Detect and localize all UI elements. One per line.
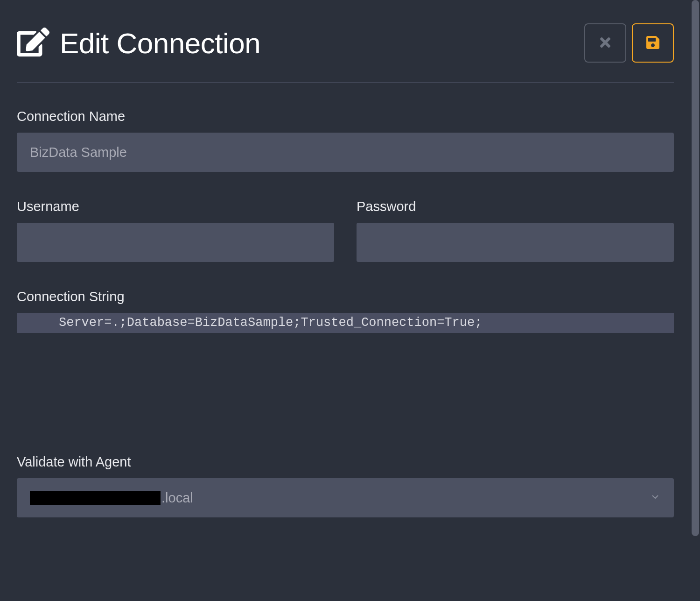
validate-agent-label: Validate with Agent [17, 454, 674, 470]
cancel-button[interactable] [584, 23, 626, 63]
connection-string-group: Connection String Server=.;Database=BizD… [17, 289, 674, 427]
connection-string-editor[interactable]: Server=.;Database=BizDataSample;Trusted_… [17, 313, 674, 427]
username-label: Username [17, 199, 334, 214]
connection-string-label: Connection String [17, 289, 674, 304]
connection-name-group: Connection Name [17, 109, 674, 172]
save-button[interactable] [632, 23, 674, 63]
edit-icon [17, 26, 49, 60]
password-label: Password [357, 199, 674, 214]
connection-name-label: Connection Name [17, 109, 674, 124]
header-buttons [584, 23, 674, 63]
connection-name-input[interactable] [17, 133, 674, 172]
credentials-row: Username Password [17, 199, 674, 262]
username-group: Username [17, 199, 334, 262]
password-input[interactable] [357, 223, 674, 262]
validate-agent-select[interactable]: .local [17, 478, 674, 517]
redacted-hostname [30, 491, 161, 505]
scrollbar-thumb[interactable] [692, 0, 699, 536]
validate-agent-group: Validate with Agent .local [17, 454, 674, 517]
close-icon [598, 35, 613, 51]
username-input[interactable] [17, 223, 334, 262]
save-icon [645, 35, 660, 51]
password-group: Password [357, 199, 674, 262]
validate-agent-select-wrapper: .local [17, 478, 674, 517]
divider [17, 82, 674, 83]
agent-suffix: .local [161, 490, 193, 506]
page-header: Edit Connection [17, 23, 674, 63]
page-title: Edit Connection [60, 27, 260, 60]
connection-string-value: Server=.;Database=BizDataSample;Trusted_… [17, 313, 674, 333]
header-title-group: Edit Connection [17, 26, 260, 60]
scrollbar-track[interactable] [691, 0, 700, 601]
